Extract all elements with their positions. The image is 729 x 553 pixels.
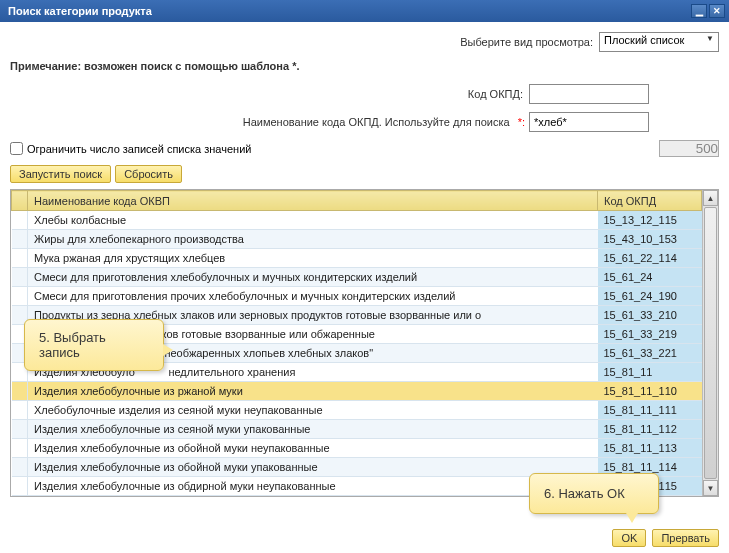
table-row[interactable]: Хлебобулочные изделия из сеяной муки неу…: [12, 401, 702, 420]
name-search-label: Наименование кода ОКПД. Используйте для …: [243, 116, 510, 128]
callout-press-ok: 6. Нажать ОК: [529, 473, 659, 514]
cell-code: 15_81_11: [598, 363, 702, 382]
row-marker: [12, 477, 28, 496]
cell-name: Жиры для хлебопекарного производства: [28, 230, 598, 249]
col-code-header[interactable]: Код ОКПД: [598, 191, 702, 211]
callout-select-record: 5. Выбрать запись: [24, 319, 164, 371]
row-marker: [12, 211, 28, 230]
reset-button[interactable]: Сбросить: [115, 165, 182, 183]
cell-code: 15_61_22_114: [598, 249, 702, 268]
code-label: Код ОКПД:: [468, 88, 523, 100]
cell-name: Изделия хлебобулочные из ржаной муки: [28, 382, 598, 401]
table-row[interactable]: Жиры для хлебопекарного производства15_4…: [12, 230, 702, 249]
cell-code: 15_81_11_112: [598, 420, 702, 439]
limit-value: [659, 140, 719, 157]
view-label: Выберите вид просмотра:: [460, 36, 593, 48]
cell-name: Смеси для приготовления хлебобулочных и …: [28, 268, 598, 287]
cell-code: 15_81_11_113: [598, 439, 702, 458]
name-search-input[interactable]: [529, 112, 649, 132]
cell-name: Смеси для приготовления прочих хлебобуло…: [28, 287, 598, 306]
scroll-thumb[interactable]: [704, 207, 717, 479]
cell-code: 15_61_24_190: [598, 287, 702, 306]
callout-ok-text: 6. Нажать ОК: [544, 486, 644, 501]
view-select[interactable]: Плоский список: [599, 32, 719, 52]
note-text: Примечание: возможен поиск с помощью шаб…: [10, 60, 719, 72]
table-row[interactable]: Изделия хлебобулочные из ржаной муки15_8…: [12, 382, 702, 401]
col-blank[interactable]: [12, 191, 28, 211]
ok-button[interactable]: OK: [612, 529, 646, 547]
table-row[interactable]: Смеси для приготовления прочих хлебобуло…: [12, 287, 702, 306]
cell-code: 15_61_33_219: [598, 325, 702, 344]
row-marker: [12, 249, 28, 268]
row-marker: [12, 287, 28, 306]
row-marker: [12, 401, 28, 420]
row-marker: [12, 230, 28, 249]
scroll-up-icon[interactable]: ▲: [703, 190, 718, 206]
callout-line1: 5. Выбрать: [39, 330, 149, 345]
dialog-content: Выберите вид просмотра: Плоский список П…: [0, 22, 729, 507]
table-row[interactable]: Смеси для приготовления хлебобулочных и …: [12, 268, 702, 287]
table-row[interactable]: Изделия хлебобулочные из сеяной муки упа…: [12, 420, 702, 439]
table-row[interactable]: Мука ржаная для хрустящих хлебцев15_61_2…: [12, 249, 702, 268]
row-marker: [12, 420, 28, 439]
dialog-buttons: OK Прервать: [0, 523, 729, 553]
cell-name: Мука ржаная для хрустящих хлебцев: [28, 249, 598, 268]
cell-code: 15_81_11_111: [598, 401, 702, 420]
minimize-button[interactable]: ▁: [691, 4, 707, 18]
row-marker: [12, 382, 28, 401]
row-marker: [12, 268, 28, 287]
cell-name: Изделия хлебобулочные из сеяной муки упа…: [28, 420, 598, 439]
search-button[interactable]: Запустить поиск: [10, 165, 111, 183]
table-row[interactable]: Изделия хлебобулочные из обойной муки не…: [12, 439, 702, 458]
cell-name: Изделия хлебобулочные из обойной муки не…: [28, 439, 598, 458]
required-marker: *:: [518, 116, 525, 128]
scroll-down-icon[interactable]: ▼: [703, 480, 718, 496]
titlebar-controls: ▁ ✕: [691, 4, 725, 18]
limit-checkbox[interactable]: [10, 142, 23, 155]
cell-code: 15_61_33_221: [598, 344, 702, 363]
window-title: Поиск категории продукта: [8, 5, 152, 17]
cell-name: Изделия хлебобулочные из обойной муки уп…: [28, 458, 598, 477]
title-bar: Поиск категории продукта ▁ ✕: [0, 0, 729, 22]
table-row[interactable]: Хлебы колбасные15_13_12_115: [12, 211, 702, 230]
cell-code: 15_13_12_115: [598, 211, 702, 230]
col-name-header[interactable]: Наименование кода ОКВП: [28, 191, 598, 211]
cell-code: 15_61_33_210: [598, 306, 702, 325]
cell-name: Изделия хлебобулочные из обдирной муки н…: [28, 477, 598, 496]
cell-code: 15_43_10_153: [598, 230, 702, 249]
cell-code: 15_81_11_110: [598, 382, 702, 401]
table-header-row: Наименование кода ОКВП Код ОКПД: [12, 191, 702, 211]
cell-name: Хлебы колбасные: [28, 211, 598, 230]
callout-line2: запись: [39, 345, 149, 360]
cancel-button[interactable]: Прервать: [652, 529, 719, 547]
close-button[interactable]: ✕: [709, 4, 725, 18]
row-marker: [12, 439, 28, 458]
limit-label: Ограничить число записей списка значений: [27, 143, 251, 155]
cell-code: 15_61_24: [598, 268, 702, 287]
code-input[interactable]: [529, 84, 649, 104]
row-marker: [12, 458, 28, 477]
cell-name: Хлебобулочные изделия из сеяной муки неу…: [28, 401, 598, 420]
vertical-scrollbar[interactable]: ▲ ▼: [702, 190, 718, 496]
